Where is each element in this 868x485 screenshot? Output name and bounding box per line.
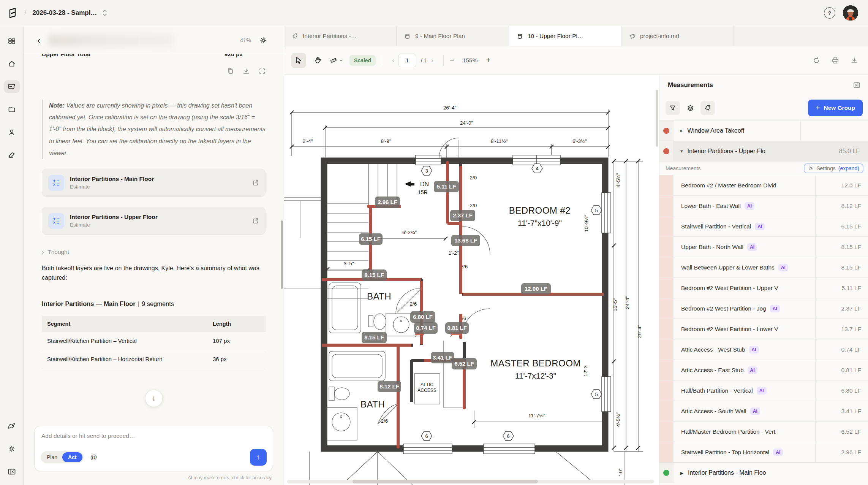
settings-expand-button[interactable]: Settings (expand) (804, 163, 863, 173)
estimate-title: Interior Partitions - Upper Floor (70, 214, 247, 220)
estimate-card-main-floor[interactable]: Interior Partitions - Main Floor Estimat… (42, 169, 266, 197)
measurement-value: 6.52 LF (815, 422, 868, 442)
measurement-row[interactable]: Attic Access - West StubAI 0.74 LF (659, 339, 868, 360)
mode-plan-button[interactable]: Plan (42, 452, 62, 462)
composer-input[interactable] (41, 432, 267, 440)
app-logo[interactable] (8, 8, 17, 18)
collapse-panel-icon[interactable] (4, 465, 20, 478)
measurement-row[interactable]: Wall Between Upper & Lower BathsAI 8.15 … (659, 257, 868, 277)
document-title[interactable]: 2026-03-28 - Sampl… (32, 9, 97, 17)
tab-project-info[interactable]: project-info.md (621, 26, 734, 46)
tab-main-floor-plan[interactable]: 9 - Main Floor Plan (397, 26, 509, 46)
group-row-upper-floor[interactable]: ▾Interior Partitions - Upper Flo 85.0 LF (659, 141, 868, 161)
scroll-to-bottom-button[interactable]: ↓ (145, 390, 163, 407)
filter-icon[interactable] (666, 101, 680, 115)
copy-icon[interactable] (227, 68, 234, 74)
mention-button[interactable]: @ (90, 453, 97, 461)
sidebar-item-apps[interactable] (4, 35, 20, 48)
zoom-in-button[interactable]: + (486, 56, 490, 65)
measurement-row[interactable]: Bedroom #2 / Master Bedroom Divid 12.0 L… (659, 175, 868, 195)
back-button[interactable]: ‹ (37, 35, 41, 45)
thought-toggle[interactable]: › Thought (42, 249, 266, 255)
measurement-row[interactable]: Hall/Bath Partition - VerticalAI 6.80 LF (659, 380, 868, 401)
measurement-name: Bedroom #2 / Master Bedroom Divid (681, 182, 776, 189)
zoom-level[interactable]: 155% (461, 57, 479, 64)
section-separator: | (138, 300, 139, 307)
fullscreen-icon[interactable] (259, 68, 266, 74)
top-bar: / 2026-03-28 - Sampl… ? (0, 0, 868, 26)
row-color-strip (659, 216, 674, 236)
door-size-2-0-b: 2/0 (470, 203, 477, 208)
measurement-name: Upper Bath - North Wall (681, 244, 743, 250)
mode-act-button[interactable]: Act (62, 452, 82, 462)
chat-scroll-area[interactable]: Upper Floor Total 920 px Note: Values ar… (24, 54, 284, 426)
measurement-row[interactable]: Hall/Master Bedroom Partition - Vert 6.5… (659, 421, 868, 442)
sidebar-item-settings[interactable] (4, 442, 20, 455)
page-total: / 1 (421, 57, 427, 64)
tab-upper-floor-plan[interactable]: 10 - Upper Floor Pl… (509, 26, 621, 46)
chat-scrollbar[interactable] (281, 220, 283, 289)
chevron-right-icon[interactable]: ▸ (680, 469, 683, 477)
layers-icon[interactable] (683, 101, 697, 115)
measurement-row[interactable]: Stairwell Partition - VerticalAI 6.15 LF (659, 216, 868, 236)
measurement-row[interactable]: Bedroom #2 West Partition - Lower V 13.7… (659, 319, 868, 339)
external-link-icon[interactable] (252, 179, 259, 186)
dim-8-11: 8'-11½" (491, 138, 508, 144)
page-number-input[interactable] (398, 54, 416, 67)
pan-tool-button[interactable] (310, 53, 325, 68)
group-row-window-area[interactable]: ▸Window Area Takeoff (659, 120, 868, 141)
next-page-button[interactable]: › (427, 57, 437, 64)
tab-interior-partitions[interactable]: Interior Partitions -… (284, 26, 397, 46)
sidebar-item-files[interactable] (4, 103, 20, 116)
group-row-main-floor[interactable]: ▸Interior Partitions - Main Floo (659, 462, 868, 485)
measurement-row[interactable]: Bedroom #2 West Partition - JogAI 2.37 L… (659, 298, 868, 319)
measurement-row[interactable]: Lower Bath - East WallAI 8.12 LF (659, 195, 868, 216)
chat-zoom-level[interactable]: 41% (240, 37, 251, 43)
sidebar-item-chat[interactable] (4, 80, 20, 93)
sidebar-item-takeoff[interactable] (4, 149, 20, 162)
rotate-icon[interactable] (813, 57, 820, 64)
measurement-row[interactable]: Attic Access - South WallAI 3.41 LF (659, 401, 868, 421)
measurement-name: Wall Between Upper & Lower Baths (681, 264, 775, 271)
drawing-canvas[interactable]: 26'-4" 24'-0" 2'-4" 8'-9" 8'-11½" 6'-3½"… (284, 74, 659, 485)
measurement-name: Bedroom #2 West Partition - Upper V (681, 285, 778, 292)
new-group-button[interactable]: + New Group (808, 100, 863, 116)
badge-13-68: 13.68 LF (454, 237, 477, 244)
measurement-row[interactable]: Upper Bath - North WallAI 8.15 LF (659, 236, 868, 257)
expand-panel-icon[interactable] (853, 82, 860, 89)
sidebar-item-assistant[interactable] (4, 420, 20, 433)
dim-15-5: 15'-5" (612, 298, 618, 312)
vertical-scrollbar[interactable] (656, 90, 658, 147)
horizontal-scrollbar[interactable] (287, 480, 654, 483)
download-icon[interactable] (851, 57, 858, 64)
measurement-row[interactable]: Stairwell Partition - Top HorizontalAI 2… (659, 442, 868, 462)
prev-page-button[interactable]: ‹ (388, 57, 398, 64)
select-tool-button[interactable] (291, 53, 306, 68)
tag-icon[interactable] (700, 101, 715, 115)
chevron-right-icon[interactable]: ▸ (680, 128, 683, 133)
print-icon[interactable] (832, 57, 839, 64)
scaled-badge[interactable]: Scaled (349, 55, 376, 66)
chat-settings-icon[interactable] (259, 36, 267, 44)
measurement-row[interactable]: Bedroom #2 West Partition - Upper V 5.11… (659, 277, 868, 298)
zoom-out-button[interactable]: − (450, 56, 454, 65)
external-link-icon[interactable] (252, 217, 259, 224)
measurement-value: 2.37 LF (815, 298, 868, 319)
chevron-down-icon[interactable]: ▾ (680, 148, 683, 154)
download-icon[interactable] (243, 68, 250, 74)
calculator-icon (48, 213, 64, 229)
measurement-row[interactable]: Attic Access - East StubAI 0.81 LF (659, 360, 868, 380)
new-group-label: New Group (824, 105, 855, 111)
help-button[interactable]: ? (824, 7, 835, 19)
estimate-card-upper-floor[interactable]: Interior Partitions - Upper Floor Estima… (42, 207, 266, 235)
sidebar-item-people[interactable] (4, 126, 20, 139)
riser-label: 15R (418, 189, 428, 195)
avatar[interactable] (843, 5, 858, 21)
document-switcher-icon[interactable] (102, 9, 108, 17)
send-button[interactable]: ↑ (250, 449, 267, 466)
measure-tool-button[interactable] (329, 53, 344, 68)
measurement-value: 5.11 LF (815, 278, 868, 298)
badge-5-11: 5.11 LF (437, 183, 456, 190)
sidebar-item-home[interactable] (4, 57, 20, 70)
segment-name: Stairwell/Kitchen Partition – Horizontal… (42, 350, 207, 368)
